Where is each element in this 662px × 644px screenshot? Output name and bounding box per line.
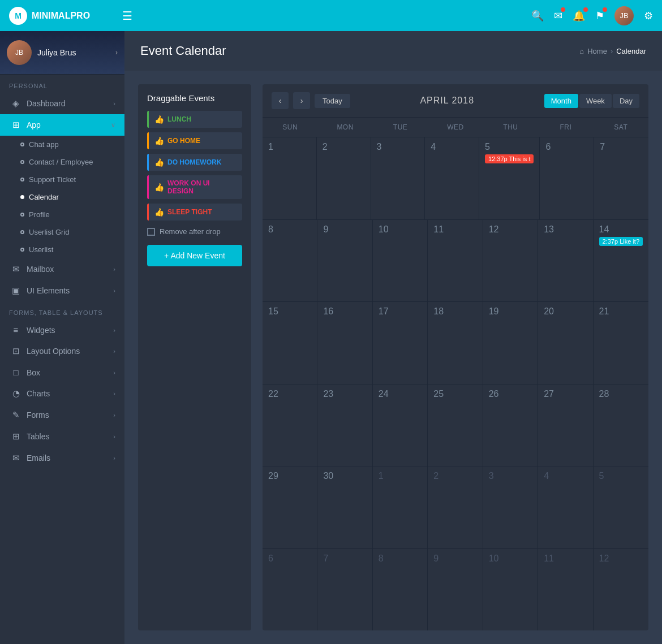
- calendar-day[interactable]: 512:37p This is t: [479, 137, 540, 219]
- view-week-button[interactable]: Week: [579, 94, 612, 108]
- day-number: 29: [268, 471, 311, 481]
- calendar-day[interactable]: 16: [317, 302, 372, 384]
- sidebar-item-mailbox[interactable]: ✉ Mailbox ›: [0, 258, 124, 280]
- sidebar-item-dashboard[interactable]: ◈ Dashboard ›: [0, 93, 124, 114]
- calendar-day[interactable]: 19: [483, 302, 538, 384]
- forms-icon: ✎: [11, 410, 21, 420]
- layout-icon: ⊡: [11, 346, 21, 356]
- calendar-day[interactable]: 30: [317, 466, 372, 548]
- sidebar-item-box[interactable]: □ Box ›: [0, 362, 124, 383]
- calendar-day[interactable]: 3: [483, 466, 538, 548]
- calendar-day[interactable]: 2: [317, 137, 371, 219]
- calendar-day[interactable]: 5: [594, 466, 648, 548]
- sidebar-item-emails[interactable]: ✉ Emails ›: [0, 447, 124, 469]
- calendar-event[interactable]: 12:37p This is t: [485, 154, 534, 163]
- settings-button[interactable]: ⚙: [644, 10, 653, 22]
- day-number: 19: [489, 306, 532, 317]
- calendar-day[interactable]: 1: [263, 137, 317, 219]
- calendar-day[interactable]: 15: [263, 302, 317, 384]
- user-panel[interactable]: JB Juliya Brus ›: [0, 31, 124, 75]
- calendar-day[interactable]: 23: [317, 384, 372, 466]
- calendar-day[interactable]: 27: [538, 384, 593, 466]
- calendar-day[interactable]: 24: [373, 384, 428, 466]
- calendar-day[interactable]: 12: [483, 220, 538, 302]
- event-label: WORK ON UI DESIGN: [167, 179, 237, 195]
- sidebar-item-userlistgrid[interactable]: Userlist Grid: [0, 223, 124, 241]
- sidebar-item-label: Layout Options: [27, 347, 108, 356]
- sidebar-item-chat[interactable]: Chat app: [0, 136, 124, 153]
- avatar[interactable]: JB: [614, 6, 634, 25]
- breadcrumb-home[interactable]: Home: [587, 47, 607, 55]
- sidebar-item-charts[interactable]: ◔ Charts ›: [0, 383, 124, 404]
- calendar-day[interactable]: 29: [263, 466, 317, 548]
- calendar-day[interactable]: 8: [373, 549, 428, 631]
- calendar-day[interactable]: 6: [540, 137, 594, 219]
- calendar-day[interactable]: 11: [428, 220, 483, 302]
- view-month-button[interactable]: Month: [544, 94, 578, 108]
- calendar-day[interactable]: 8: [263, 220, 317, 302]
- calendar-day[interactable]: 6: [263, 549, 317, 631]
- sidebar-item-tables[interactable]: ⊞ Tables ›: [0, 426, 124, 447]
- calendar-day[interactable]: 142:37p Like it?: [594, 220, 648, 302]
- sidebar-item-widgets[interactable]: ≡ Widgets ›: [0, 319, 124, 340]
- calendar-event[interactable]: 2:37p Like it?: [599, 237, 643, 246]
- bell-button[interactable]: 🔔: [573, 10, 585, 22]
- dashboard-icon: ◈: [11, 98, 21, 109]
- calendar-day[interactable]: 25: [428, 384, 483, 466]
- sidebar-item-label: Calendar: [29, 193, 59, 201]
- event-gohome[interactable]: 👍 GO HOME: [147, 132, 242, 149]
- sidebar-item-calendar[interactable]: Calendar: [0, 188, 124, 206]
- calendar-day[interactable]: 10: [373, 220, 428, 302]
- remove-checkbox[interactable]: [147, 228, 155, 236]
- view-day-button[interactable]: Day: [613, 94, 639, 108]
- calendar-day[interactable]: 7: [594, 137, 648, 219]
- calendar-day[interactable]: 9: [317, 220, 372, 302]
- calendar-day[interactable]: 4: [538, 466, 593, 548]
- calendar-day[interactable]: 9: [428, 549, 483, 631]
- day-number: 10: [489, 554, 532, 564]
- add-event-button[interactable]: + Add New Event: [147, 245, 242, 266]
- calendar-day[interactable]: 4: [425, 137, 479, 219]
- sidebar-item-app[interactable]: ⊞ App ∨: [0, 114, 124, 136]
- calendar-day[interactable]: 20: [538, 302, 593, 384]
- cal-header-thu: THU: [483, 118, 538, 137]
- calendar-day[interactable]: 1: [373, 466, 428, 548]
- calendar-day[interactable]: 7: [317, 549, 372, 631]
- day-number: 24: [379, 389, 422, 399]
- hamburger-button[interactable]: ☰: [122, 9, 531, 23]
- flag-button[interactable]: ⚑: [595, 10, 604, 22]
- calendar-day[interactable]: 17: [373, 302, 428, 384]
- calendar-day[interactable]: 3: [371, 137, 425, 219]
- calendar-day[interactable]: 26: [483, 384, 538, 466]
- mail-button[interactable]: ✉: [554, 10, 562, 22]
- prev-button[interactable]: ‹: [272, 92, 289, 109]
- calendar-day[interactable]: 13: [538, 220, 593, 302]
- calendar-day[interactable]: 21: [594, 302, 648, 384]
- calendar-day[interactable]: 10: [483, 549, 538, 631]
- calendar-day[interactable]: 22: [263, 384, 317, 466]
- sidebar-item-profile[interactable]: Profile: [0, 206, 124, 223]
- event-homework[interactable]: 👍 DO HOMEWORK: [147, 154, 242, 171]
- today-button[interactable]: Today: [315, 94, 350, 108]
- sidebar-item-layout[interactable]: ⊡ Layout Options ›: [0, 340, 124, 362]
- sidebar-item-contact[interactable]: Contact / Employee: [0, 153, 124, 171]
- logo: M MINIMALPRO: [9, 7, 122, 25]
- calendar-day[interactable]: 11: [538, 549, 593, 631]
- calendar-day[interactable]: 18: [428, 302, 483, 384]
- sidebar-item-ui[interactable]: ▣ UI Elements ›: [0, 280, 124, 301]
- day-number: 21: [599, 306, 643, 317]
- search-button[interactable]: 🔍: [531, 10, 544, 22]
- event-lunch[interactable]: 👍 LUNCH: [147, 111, 242, 128]
- calendar-day[interactable]: 12: [594, 549, 648, 631]
- sidebar-item-forms[interactable]: ✎ Forms ›: [0, 404, 124, 426]
- event-uidesign[interactable]: 👍 WORK ON UI DESIGN: [147, 175, 242, 199]
- sidebar-item-support[interactable]: Support Ticket: [0, 171, 124, 188]
- calendar-grid: SUN MON TUE WED THU FRI SAT 1234512:37p …: [263, 118, 648, 630]
- sidebar-item-userlist[interactable]: Userlist: [0, 241, 124, 258]
- calendar-day[interactable]: 28: [594, 384, 648, 466]
- event-sleep[interactable]: 👍 SLEEP TIGHT: [147, 204, 242, 221]
- next-button[interactable]: ›: [293, 92, 310, 109]
- calendar-day[interactable]: 2: [428, 466, 483, 548]
- dot-icon: [20, 213, 24, 217]
- day-number: 20: [544, 306, 587, 317]
